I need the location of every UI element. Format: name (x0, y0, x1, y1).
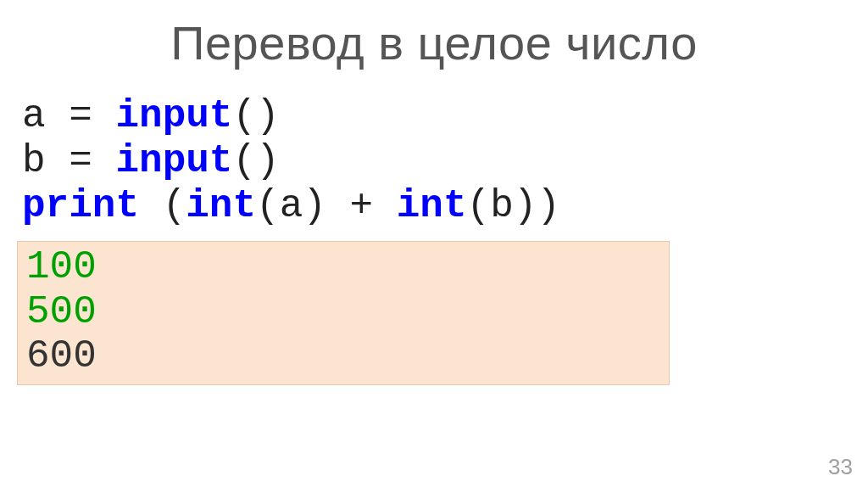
keyword-print: print (22, 184, 139, 228)
code-text (139, 184, 163, 228)
keyword-input: input (115, 139, 232, 183)
code-text: b = (22, 139, 115, 183)
code-line-3: print (int(a) + int(b)) (22, 184, 846, 229)
output-box: 100 500 600 (17, 241, 670, 386)
code-line-2: b = input() (22, 139, 846, 184)
code-text: (a) + (256, 184, 397, 228)
keyword-int: int (186, 184, 256, 228)
page-number: 33 (828, 454, 853, 480)
output-line-3: 600 (26, 334, 662, 379)
code-line-1: a = input() (22, 94, 846, 139)
slide-title: Перевод в целое число (0, 0, 868, 94)
code-text: ( (163, 184, 186, 228)
code-text: () (232, 139, 279, 183)
output-line-2: 500 (26, 290, 662, 335)
keyword-input: input (115, 94, 232, 138)
code-text: () (232, 94, 279, 138)
code-block: a = input() b = input() print (int(a) + … (0, 94, 868, 229)
code-text: (b)) (467, 184, 560, 228)
output-line-1: 100 (26, 245, 662, 290)
code-text: a = (22, 94, 115, 138)
keyword-int: int (397, 184, 467, 228)
